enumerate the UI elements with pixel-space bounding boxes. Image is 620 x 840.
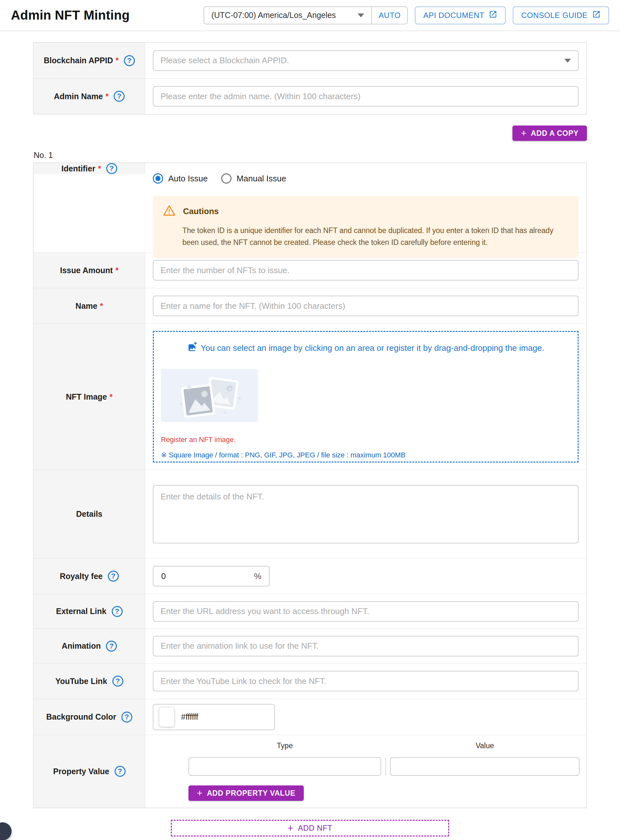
help-icon[interactable]: ? <box>114 91 125 102</box>
background-color-value: #ffffff <box>181 712 198 721</box>
field-label-issue-amount: Issue Amount* <box>34 252 145 288</box>
table-row: External Link ? <box>34 594 586 628</box>
field-nft-image: You can select an image by clicking on a… <box>145 324 586 470</box>
help-glyph: ? <box>109 642 113 650</box>
caution-body: The token ID is a unique identifier for … <box>182 225 569 248</box>
property-type-header: Type <box>188 741 381 757</box>
animation-input[interactable] <box>153 636 579 657</box>
plus-icon: + <box>197 788 203 798</box>
field-label-royalty-fee: Royalty fee ? <box>34 559 145 594</box>
property-type-input[interactable] <box>188 757 381 776</box>
timezone-select[interactable]: (UTC-07:00) America/Los_Angeles <box>204 7 371 24</box>
page-title: Admin NFT Minting <box>11 8 130 23</box>
youtube-link-input[interactable] <box>153 671 579 691</box>
external-link-icon <box>592 10 601 21</box>
external-link-input[interactable] <box>153 601 579 622</box>
admin-name-input[interactable] <box>153 86 579 107</box>
help-icon[interactable]: ? <box>112 676 123 687</box>
table-row: YouTube Link ? <box>34 663 586 699</box>
plus-icon: + <box>521 128 527 138</box>
label-text: Animation <box>62 641 101 651</box>
auto-button[interactable]: AUTO <box>371 7 407 24</box>
add-copy-button[interactable]: + ADD A COPY <box>512 126 587 141</box>
field-external-link <box>145 594 586 628</box>
header-controls: (UTC-07:00) America/Los_Angeles AUTO API… <box>203 6 609 24</box>
table-row: Background Color ? #ffffff <box>34 699 586 735</box>
percent-suffix: % <box>254 571 261 581</box>
help-icon[interactable]: ? <box>124 55 135 66</box>
field-label-name: Name* <box>34 288 145 323</box>
issue-radio-group: Auto Issue Manual Issue <box>153 173 579 183</box>
required-asterisk: * <box>115 266 119 275</box>
field-label-youtube-link: YouTube Link ? <box>34 663 145 699</box>
label-text: Property Value <box>53 767 109 776</box>
auto-issue-radio[interactable] <box>153 173 163 183</box>
help-glyph: ? <box>117 92 121 101</box>
help-icon[interactable]: ? <box>106 641 117 652</box>
field-label-animation: Animation ? <box>34 629 145 663</box>
help-icon[interactable]: ? <box>114 766 126 777</box>
table-row: Animation ? <box>34 628 586 663</box>
help-glyph: ? <box>111 572 115 580</box>
manual-issue-radio[interactable] <box>221 173 232 183</box>
required-asterisk: * <box>105 92 109 101</box>
image-dropzone[interactable]: You can select an image by clicking on a… <box>153 331 579 463</box>
help-glyph: ? <box>118 767 122 775</box>
royalty-value: 0 <box>161 571 166 581</box>
label-text: Background Color <box>46 712 116 721</box>
blockchain-appid-select[interactable]: Please select a Blockchain APPID. <box>153 50 579 71</box>
color-swatch[interactable] <box>159 708 174 727</box>
add-nft-label: ADD NFT <box>298 823 333 832</box>
auto-issue-label[interactable]: Auto Issue <box>168 174 208 183</box>
label-text: NFT Image <box>66 392 107 401</box>
details-textarea[interactable] <box>153 485 579 543</box>
register-image-text: Register an NFT image. <box>161 436 570 444</box>
help-icon[interactable]: ? <box>121 712 132 723</box>
add-photo-icon <box>187 341 198 355</box>
floating-action-button[interactable] <box>0 822 12 840</box>
issue-amount-input[interactable] <box>153 260 579 281</box>
field-label-admin-name: Admin Name* ? <box>34 79 145 114</box>
property-value-input[interactable] <box>390 757 579 776</box>
console-guide-button[interactable]: CONSOLE GUIDE <box>513 6 609 24</box>
help-glyph: ? <box>110 164 114 173</box>
help-icon[interactable]: ? <box>108 571 119 582</box>
table-row: Admin Name* ? <box>34 78 586 114</box>
help-glyph: ? <box>116 677 120 685</box>
copy-number-title: No. 1 <box>34 150 620 160</box>
field-background-color: #ffffff <box>145 699 586 735</box>
label-text: Issue Amount <box>60 266 113 275</box>
field-animation <box>145 629 586 663</box>
field-royalty-fee: 0 % <box>145 559 586 594</box>
caution-box: Cautions The token ID is a unique identi… <box>153 196 579 258</box>
add-property-value-button[interactable]: + ADD PROPERTY VALUE <box>188 786 304 801</box>
background-color-picker[interactable]: #ffffff <box>153 704 275 730</box>
admin-info-table: Blockchain APPID* ? Please select a Bloc… <box>33 42 587 114</box>
page-header: Admin NFT Minting (UTC-07:00) America/Lo… <box>0 0 620 31</box>
table-row: Name* <box>34 288 586 323</box>
required-asterisk: * <box>110 392 113 401</box>
field-property-value: Type Value + ADD PROPERTY VALUE <box>145 735 587 808</box>
field-label-identifier: Identifier* ? <box>34 163 145 174</box>
nft-name-input[interactable] <box>153 296 579 316</box>
blockchain-appid-placeholder: Please select a Blockchain APPID. <box>161 56 289 66</box>
help-glyph: ? <box>125 713 129 721</box>
help-icon[interactable]: ? <box>112 606 123 617</box>
field-issue-amount <box>145 252 586 288</box>
upload-instruction: You can select an image by clicking on a… <box>201 343 544 353</box>
image-format-text: ※ Square Image / format : PNG, GIF, JPG,… <box>161 451 570 459</box>
table-row: Identifier* ? Auto Issue Manual Issue Ca… <box>34 163 586 252</box>
table-row: NFT Image* You can select an image by cl… <box>34 323 586 470</box>
add-nft-button[interactable]: + ADD NFT <box>171 820 449 837</box>
royalty-fee-input[interactable]: 0 % <box>153 566 270 586</box>
table-row: Issue Amount* <box>34 252 586 288</box>
field-details <box>145 470 586 558</box>
label-text: Blockchain APPID <box>44 56 113 65</box>
help-icon[interactable]: ? <box>106 163 117 174</box>
timezone-value: (UTC-07:00) America/Los_Angeles <box>211 11 336 20</box>
external-link-icon <box>489 10 497 21</box>
api-document-button[interactable]: API DOCUMENT <box>415 6 506 24</box>
field-name <box>145 288 586 323</box>
property-value-header: Value <box>390 741 579 757</box>
manual-issue-label[interactable]: Manual Issue <box>237 174 286 183</box>
